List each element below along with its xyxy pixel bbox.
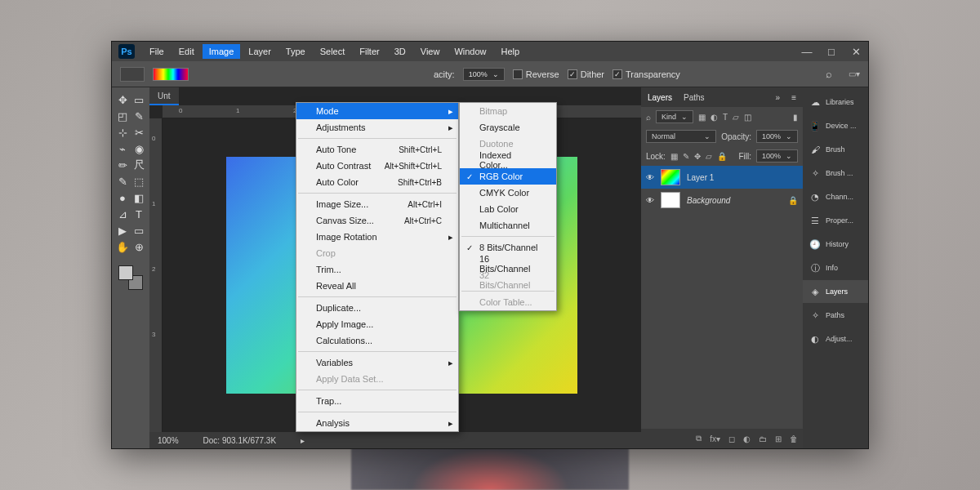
dither-checkbox[interactable]: Dither (568, 69, 604, 79)
menu-item-canvas-size---[interactable]: Canvas Size...Alt+Ctrl+C (296, 212, 458, 229)
menu-item-apply-image---[interactable]: Apply Image... (296, 316, 458, 332)
menu-item-rgb-color[interactable]: ✓RGB Color (460, 168, 556, 185)
gradient-swatch[interactable] (153, 68, 189, 81)
layer-fill-field[interactable]: 100%⌄ (756, 149, 798, 163)
tool-2[interactable]: ◰ (115, 109, 130, 123)
lock-artboard-icon[interactable]: ▱ (706, 152, 712, 161)
tool-9[interactable]: 尺 (131, 158, 146, 172)
menu-view[interactable]: View (414, 44, 447, 59)
menu-filter[interactable]: Filter (353, 44, 385, 59)
menu-item-mode[interactable]: Mode▸ (296, 103, 458, 119)
sidebar-item-brush[interactable]: ✧Brush ... (803, 162, 868, 185)
layer-thumbnail[interactable] (661, 169, 680, 185)
menu-item-auto-contrast[interactable]: Auto ContrastAlt+Shift+Ctrl+L (296, 158, 458, 174)
sidebar-item-libraries[interactable]: ☁Libraries (803, 91, 868, 114)
visibility-icon[interactable]: 👁 (646, 173, 654, 182)
lock-position-icon[interactable]: ✥ (694, 152, 701, 161)
tab-paths[interactable]: Paths (684, 93, 705, 102)
menu-layer[interactable]: Layer (242, 44, 278, 59)
filter-adjust-icon[interactable]: ◐ (710, 113, 718, 122)
fx-icon[interactable]: fx▾ (710, 434, 720, 443)
tool-1[interactable]: ▭ (131, 92, 146, 107)
tool-4[interactable]: ⊹ (115, 125, 130, 140)
tool-18[interactable]: ✋ (115, 239, 130, 254)
menu-item-reveal-all[interactable]: Reveal All (296, 278, 458, 294)
mask-icon[interactable]: ◻ (728, 434, 735, 443)
visibility-icon[interactable]: 👁 (646, 196, 654, 205)
filter-smart-icon[interactable]: ◫ (744, 113, 751, 122)
sidebar-item-brush[interactable]: 🖌Brush (803, 138, 868, 161)
opacity-field[interactable]: 100%⌄ (463, 68, 505, 81)
tool-3[interactable]: ✎ (131, 109, 146, 123)
lock-all-icon[interactable]: 🔒 (717, 152, 727, 161)
panel-menu-icon[interactable]: ≡ (791, 93, 796, 102)
sidebar-item-device[interactable]: 📱Device ... (803, 114, 868, 137)
menu-help[interactable]: Help (495, 44, 527, 59)
tool-19[interactable]: ⊕ (131, 239, 146, 254)
workspace-switcher[interactable]: ▭▾ (849, 69, 860, 78)
tool-13[interactable]: ◧ (131, 190, 146, 205)
search-icon[interactable]: ⌕ (826, 68, 832, 80)
delete-layer-icon[interactable]: 🗑 (790, 434, 798, 443)
filter-shape-icon[interactable]: ▱ (733, 113, 739, 122)
layer-name[interactable]: Background (687, 196, 730, 205)
menu-item-duplicate---[interactable]: Duplicate... (296, 300, 458, 316)
transparency-checkbox[interactable]: Transparency (612, 69, 680, 79)
lock-brush-icon[interactable]: ✎ (683, 152, 689, 161)
tool-12[interactable]: ● (115, 190, 130, 205)
reverse-checkbox[interactable]: Reverse (513, 69, 559, 79)
blend-mode-select[interactable]: Normal⌄ (646, 130, 716, 143)
new-layer-icon[interactable]: ⊞ (775, 434, 782, 443)
menu-item-trap---[interactable]: Trap... (296, 393, 458, 409)
menu-item-adjustments[interactable]: Adjustments▸ (296, 119, 458, 136)
menu-item-auto-color[interactable]: Auto ColorShift+Ctrl+B (296, 174, 458, 190)
layer-name[interactable]: Layer 1 (687, 173, 714, 182)
tool-14[interactable]: ⊿ (115, 207, 130, 221)
foreground-swatch[interactable] (118, 265, 133, 280)
menu-item-lab-color[interactable]: Lab Color (460, 201, 556, 217)
menu-item-grayscale[interactable]: Grayscale (460, 119, 556, 136)
document-tab[interactable]: Unt (149, 87, 179, 105)
menu-3d[interactable]: 3D (388, 44, 412, 59)
sidebar-item-layers[interactable]: ◈Layers (803, 280, 868, 303)
filter-type-icon[interactable]: T (723, 113, 728, 122)
menu-window[interactable]: Window (448, 44, 492, 59)
menu-image[interactable]: Image (203, 44, 241, 59)
doc-size[interactable]: Doc: 903.1K/677.3K (203, 436, 277, 445)
menu-item-indexed-color---[interactable]: Indexed Color... (460, 152, 556, 168)
tool-10[interactable]: ✎ (115, 174, 130, 189)
tab-layers[interactable]: Layers (648, 93, 672, 102)
sidebar-item-paths[interactable]: ✧Paths (803, 304, 868, 327)
tool-preset-dropdown[interactable] (120, 67, 145, 82)
panel-expand-icon[interactable]: » (776, 93, 781, 102)
sidebar-item-adjust[interactable]: ◐Adjust... (803, 327, 868, 350)
menu-item-calculations---[interactable]: Calculations... (296, 332, 458, 349)
menu-file[interactable]: File (143, 44, 171, 59)
tool-7[interactable]: ◉ (131, 141, 146, 156)
tool-6[interactable]: ⌁ (115, 141, 130, 156)
zoom-level[interactable]: 100% (158, 436, 179, 445)
tool-8[interactable]: ✏ (115, 158, 130, 172)
link-layers-icon[interactable]: ⧉ (696, 434, 702, 443)
menu-select[interactable]: Select (314, 44, 352, 59)
menu-item---bits-channel[interactable]: ✓8 Bits/Channel (460, 239, 556, 256)
menu-item----bits-channel[interactable]: 16 Bits/Channel (460, 256, 556, 272)
tool-5[interactable]: ✂ (131, 125, 146, 140)
tool-16[interactable]: ▶ (115, 223, 130, 238)
tool-11[interactable]: ⬚ (131, 174, 146, 189)
layer-thumbnail[interactable] (661, 192, 680, 208)
menu-item-multichannel[interactable]: Multichannel (460, 217, 556, 234)
sidebar-item-proper[interactable]: ☰Proper... (803, 209, 868, 232)
menu-item-image-rotation[interactable]: Image Rotation▸ (296, 229, 458, 245)
minimize-button[interactable]: — (801, 46, 813, 58)
menu-item-image-size---[interactable]: Image Size...Alt+Ctrl+I (296, 196, 458, 212)
maximize-button[interactable]: □ (826, 46, 837, 58)
filter-toggle-icon[interactable]: ▮ (793, 113, 798, 122)
sidebar-item-chann[interactable]: ◔Chann... (803, 185, 868, 208)
group-icon[interactable]: 🗀 (759, 434, 767, 443)
layer-kind-filter[interactable]: Kind⌄ (656, 110, 693, 123)
tool-17[interactable]: ▭ (131, 223, 146, 238)
menu-item-cmyk-color[interactable]: CMYK Color (460, 185, 556, 201)
filter-image-icon[interactable]: ▦ (698, 113, 706, 122)
tool-15[interactable]: T (131, 207, 146, 221)
